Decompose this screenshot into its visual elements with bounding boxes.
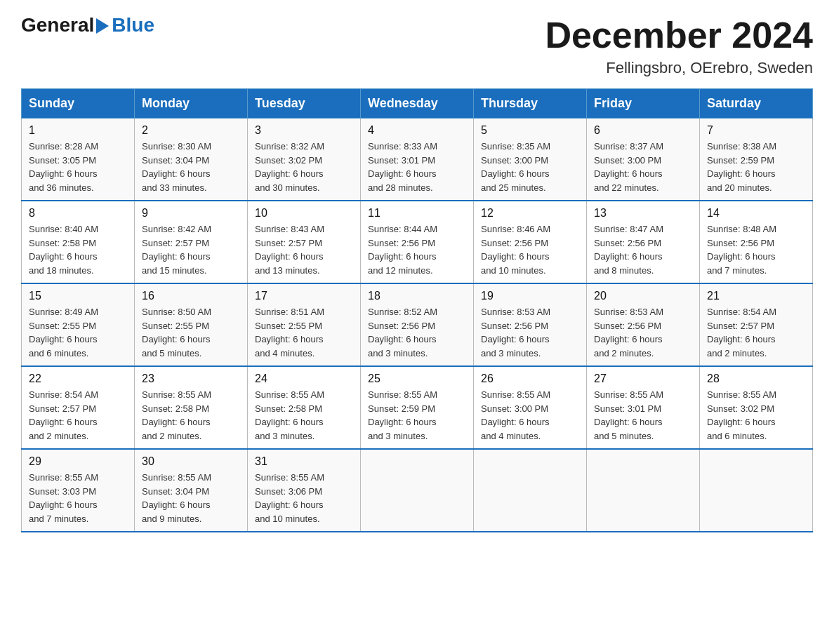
day-info: Sunrise: 8:55 AM Sunset: 3:01 PM Dayligh… [594,388,692,443]
day-info: Sunrise: 8:55 AM Sunset: 2:58 PM Dayligh… [255,388,353,443]
day-number: 29 [29,455,127,468]
calendar-cell [361,449,474,532]
day-info: Sunrise: 8:37 AM Sunset: 3:00 PM Dayligh… [594,140,692,194]
calendar-cell: 30 Sunrise: 8:55 AM Sunset: 3:04 PM Dayl… [135,449,248,532]
calendar-cell: 1 Sunrise: 8:28 AM Sunset: 3:05 PM Dayli… [22,119,135,201]
calendar-cell: 16 Sunrise: 8:50 AM Sunset: 2:55 PM Dayl… [135,283,248,366]
day-number: 7 [707,124,805,137]
header-monday: Monday [135,89,248,119]
calendar-cell [587,449,700,532]
day-number: 30 [142,455,240,468]
month-year-title: December 2024 [545,14,813,56]
day-number: 15 [29,290,127,302]
day-info: Sunrise: 8:55 AM Sunset: 3:06 PM Dayligh… [255,471,353,525]
calendar-cell: 22 Sunrise: 8:54 AM Sunset: 2:57 PM Dayl… [22,366,135,449]
day-number: 10 [255,207,353,220]
day-number: 31 [255,455,353,468]
day-info: Sunrise: 8:28 AM Sunset: 3:05 PM Dayligh… [29,140,127,194]
title-area: December 2024 Fellingsbro, OErebro, Swed… [545,14,813,77]
calendar-week-row: 1 Sunrise: 8:28 AM Sunset: 3:05 PM Dayli… [22,119,813,201]
calendar-cell: 23 Sunrise: 8:55 AM Sunset: 2:58 PM Dayl… [135,366,248,449]
calendar-cell: 10 Sunrise: 8:43 AM Sunset: 2:57 PM Dayl… [248,201,361,283]
logo: General Blue [21,14,154,36]
day-info: Sunrise: 8:53 AM Sunset: 2:56 PM Dayligh… [594,305,692,360]
calendar-week-row: 29 Sunrise: 8:55 AM Sunset: 3:03 PM Dayl… [22,449,813,532]
header-wednesday: Wednesday [361,89,474,119]
day-info: Sunrise: 8:32 AM Sunset: 3:02 PM Dayligh… [255,140,353,194]
day-info: Sunrise: 8:33 AM Sunset: 3:01 PM Dayligh… [368,140,466,194]
calendar-cell: 6 Sunrise: 8:37 AM Sunset: 3:00 PM Dayli… [587,119,700,201]
calendar-table: SundayMondayTuesdayWednesdayThursdayFrid… [21,88,813,532]
day-number: 9 [142,207,240,220]
day-number: 23 [142,373,240,385]
day-info: Sunrise: 8:38 AM Sunset: 2:59 PM Dayligh… [707,140,805,194]
calendar-cell: 18 Sunrise: 8:52 AM Sunset: 2:56 PM Dayl… [361,283,474,366]
calendar-cell: 3 Sunrise: 8:32 AM Sunset: 3:02 PM Dayli… [248,119,361,201]
calendar-cell: 29 Sunrise: 8:55 AM Sunset: 3:03 PM Dayl… [22,449,135,532]
day-info: Sunrise: 8:48 AM Sunset: 2:56 PM Dayligh… [707,222,805,277]
calendar-cell: 14 Sunrise: 8:48 AM Sunset: 2:56 PM Dayl… [700,201,813,283]
day-info: Sunrise: 8:54 AM Sunset: 2:57 PM Dayligh… [707,305,805,360]
calendar-week-row: 22 Sunrise: 8:54 AM Sunset: 2:57 PM Dayl… [22,366,813,449]
day-number: 27 [594,373,692,385]
header-tuesday: Tuesday [248,89,361,119]
day-number: 14 [707,207,805,220]
calendar-cell [700,449,813,532]
day-number: 8 [29,207,127,220]
day-info: Sunrise: 8:46 AM Sunset: 2:56 PM Dayligh… [481,222,579,277]
day-number: 13 [594,207,692,220]
header-sunday: Sunday [22,89,135,119]
day-info: Sunrise: 8:49 AM Sunset: 2:55 PM Dayligh… [29,305,127,360]
header-thursday: Thursday [474,89,587,119]
day-info: Sunrise: 8:40 AM Sunset: 2:58 PM Dayligh… [29,222,127,277]
day-info: Sunrise: 8:47 AM Sunset: 2:56 PM Dayligh… [594,222,692,277]
day-number: 6 [594,124,692,137]
calendar-cell: 24 Sunrise: 8:55 AM Sunset: 2:58 PM Dayl… [248,366,361,449]
page-header: General Blue December 2024 Fellingsbro, … [21,14,813,77]
day-number: 16 [142,290,240,302]
calendar-cell: 31 Sunrise: 8:55 AM Sunset: 3:06 PM Dayl… [248,449,361,532]
calendar-cell: 4 Sunrise: 8:33 AM Sunset: 3:01 PM Dayli… [361,119,474,201]
calendar-cell: 20 Sunrise: 8:53 AM Sunset: 2:56 PM Dayl… [587,283,700,366]
day-info: Sunrise: 8:50 AM Sunset: 2:55 PM Dayligh… [142,305,240,360]
day-number: 26 [481,373,579,385]
day-number: 1 [29,124,127,137]
calendar-cell: 27 Sunrise: 8:55 AM Sunset: 3:01 PM Dayl… [587,366,700,449]
calendar-cell: 11 Sunrise: 8:44 AM Sunset: 2:56 PM Dayl… [361,201,474,283]
day-info: Sunrise: 8:55 AM Sunset: 2:59 PM Dayligh… [368,388,466,443]
calendar-cell: 26 Sunrise: 8:55 AM Sunset: 3:00 PM Dayl… [474,366,587,449]
day-info: Sunrise: 8:30 AM Sunset: 3:04 PM Dayligh… [142,140,240,194]
calendar-cell: 17 Sunrise: 8:51 AM Sunset: 2:55 PM Dayl… [248,283,361,366]
calendar-week-row: 15 Sunrise: 8:49 AM Sunset: 2:55 PM Dayl… [22,283,813,366]
day-number: 24 [255,373,353,385]
day-number: 17 [255,290,353,302]
day-number: 18 [368,290,466,302]
day-info: Sunrise: 8:55 AM Sunset: 3:04 PM Dayligh… [142,471,240,525]
day-info: Sunrise: 8:42 AM Sunset: 2:57 PM Dayligh… [142,222,240,277]
calendar-cell: 19 Sunrise: 8:53 AM Sunset: 2:56 PM Dayl… [474,283,587,366]
day-info: Sunrise: 8:55 AM Sunset: 3:03 PM Dayligh… [29,471,127,525]
day-number: 4 [368,124,466,137]
day-number: 2 [142,124,240,137]
day-number: 12 [481,207,579,220]
calendar-cell [474,449,587,532]
calendar-cell: 5 Sunrise: 8:35 AM Sunset: 3:00 PM Dayli… [474,119,587,201]
calendar-cell: 28 Sunrise: 8:55 AM Sunset: 3:02 PM Dayl… [700,366,813,449]
calendar-cell: 8 Sunrise: 8:40 AM Sunset: 2:58 PM Dayli… [22,201,135,283]
calendar-cell: 13 Sunrise: 8:47 AM Sunset: 2:56 PM Dayl… [587,201,700,283]
day-info: Sunrise: 8:51 AM Sunset: 2:55 PM Dayligh… [255,305,353,360]
location-title: Fellingsbro, OErebro, Sweden [545,59,813,77]
calendar-cell: 25 Sunrise: 8:55 AM Sunset: 2:59 PM Dayl… [361,366,474,449]
logo-general-text: General [21,14,94,36]
logo-triangle-icon [96,18,109,34]
day-number: 3 [255,124,353,137]
day-number: 21 [707,290,805,302]
day-info: Sunrise: 8:52 AM Sunset: 2:56 PM Dayligh… [368,305,466,360]
day-info: Sunrise: 8:44 AM Sunset: 2:56 PM Dayligh… [368,222,466,277]
calendar-cell: 9 Sunrise: 8:42 AM Sunset: 2:57 PM Dayli… [135,201,248,283]
day-info: Sunrise: 8:55 AM Sunset: 3:02 PM Dayligh… [707,388,805,443]
day-info: Sunrise: 8:55 AM Sunset: 3:00 PM Dayligh… [481,388,579,443]
header-saturday: Saturday [700,89,813,119]
day-number: 22 [29,373,127,385]
logo-blue-text: Blue [112,14,154,36]
